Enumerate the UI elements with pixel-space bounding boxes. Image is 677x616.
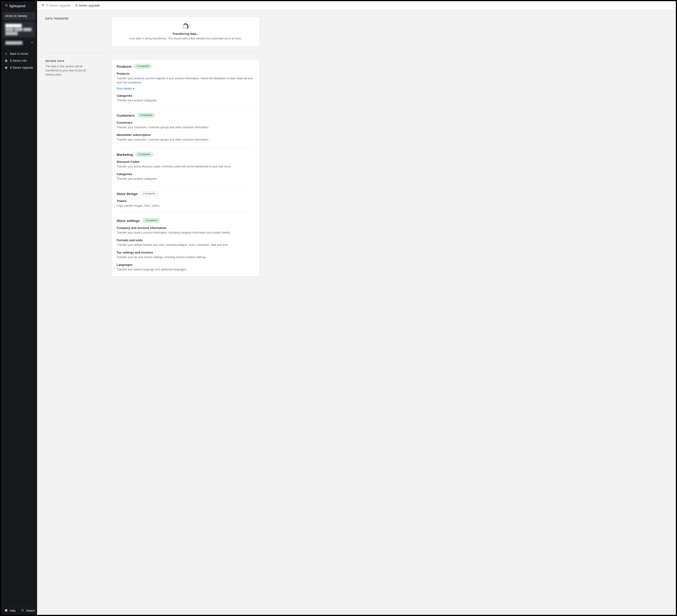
sidebar-store-selector[interactable]: ████████ [3,39,35,47]
chevron-down-icon [31,42,33,43]
review-item-desc: Transfer your products and the majority … [117,76,254,85]
review-group-products: ProductsCompletedProductsTransfer your p… [117,64,254,102]
review-item-desc: Transfer your store's account informatio… [117,230,254,235]
group-header: MarketingCompleted [117,152,254,157]
search-icon [21,609,24,613]
section-sub-review: The data in this section will be transfe… [45,64,89,77]
review-group-store-settings: Store settingsCompletedCompany and accou… [117,213,254,272]
breadcrumb-current: E-Series upgrade [76,4,100,7]
review-item-title: Languages [117,263,254,266]
review-card: ProductsCompletedProductsTransfer your p… [111,59,260,276]
review-item-desc: Logo, banner images, fonts, colors. [117,204,254,208]
section-heading-data-transfer: DATA TRANSFER [45,17,107,20]
review-item: CategoriesTransfer your product categori… [117,94,254,102]
review-item: Discount CodesTransfer your active disco… [117,160,254,169]
review-item: Newsletter subscriptionTransfer your cus… [117,133,254,142]
sidebar-item-e-series-upgrade[interactable]: E-Series Upgrade [1,64,37,71]
review-item-desc: Transfer your product categories. [117,98,254,102]
status-badge: Completed [135,152,153,157]
review-item: Formats and unitsTransfer your default f… [117,238,254,247]
review-item-title: Discount Codes [117,160,254,164]
search-button[interactable]: Search [19,607,37,615]
review-group-marketing: MarketingCompletedDiscount CodesTransfer… [117,147,254,181]
group-title: Marketing [117,152,133,157]
group-title: Store settings [117,219,140,223]
sidebar-item-label: Back to Home [10,52,28,55]
review-item: Company and account informationTransfer … [117,226,254,235]
review-item-desc: Transfer your active discount codes. Arc… [117,165,254,169]
review-item-title: Categories [117,94,254,97]
review-item: ProductsTransfer your products and the m… [117,72,254,90]
breadcrumb: E-Series upgrade › E-Series upgrade [37,1,676,10]
sidebar-item-label: E-Series Upgrade [10,66,33,69]
review-item-desc: Transfer your customers, customer groups… [117,125,254,129]
gear-icon [4,59,8,62]
sidebar: lightspeed eCom (C-Series) ████████ ████… [1,1,37,615]
review-group-customers: CustomersCompletedCustomersTransfer your… [117,107,254,142]
review-item-desc: Transfer your default formats and units,… [117,243,254,247]
review-item-desc: Transfer your product categories. [117,177,254,181]
review-item-title: Tax settings and invoices [117,251,254,254]
sidebar-item-label: E-Series Info [10,59,27,62]
gear-icon [4,66,8,69]
group-title: Products [117,64,132,69]
review-item-desc: Transfer your tax and invoice settings, … [117,255,254,259]
sidebar-footer: Help Search [1,606,37,615]
status-badge: In progress [140,191,159,196]
sidebar-account-obscured[interactable]: ████████ ████ ████ ████ ██████ [3,21,35,38]
brand-name: lightspeed [9,4,25,8]
spinner-icon [182,24,188,30]
brand-logo[interactable]: lightspeed [1,1,37,11]
group-header: ProductsCompleted [117,64,254,69]
review-item-desc: Transfer your default language and addit… [117,267,254,272]
review-item-title: Theme [117,199,254,203]
sidebar-nav: Back to HomeE-Series InfoE-Series Upgrad… [1,49,37,73]
group-title: Customers [117,114,135,117]
status-badge: Completed [142,218,160,223]
more-details-link[interactable]: More details [117,87,134,90]
chevron-down-icon [133,88,134,89]
gear-icon [41,3,45,7]
status-badge: Completed [137,113,155,118]
chevron-right-icon: › [73,4,74,7]
review-item: LanguagesTransfer your default language … [117,263,254,272]
review-item-title: Company and account information [117,226,254,230]
review-item-title: Customers [117,121,254,124]
review-item-title: Formats and units [117,238,254,242]
review-item-title: Newsletter subscription [117,133,254,137]
section-review-data: REVIEW DATA The data in this section wil… [37,59,676,282]
review-item-title: Products [117,72,254,75]
sidebar-item-back-to-home[interactable]: Back to Home [1,50,37,57]
transfer-desc: Your data is being transferred. This sho… [130,37,241,40]
main: E-Series upgrade › E-Series upgrade DATA… [37,1,676,615]
section-data-transfer: DATA TRANSFER Transferring data... Your … [37,17,676,52]
chevron-left-icon [4,52,8,55]
transfer-title: Transferring data... [173,32,199,36]
content: DATA TRANSFER Transferring data... Your … [37,10,676,615]
group-header: Store designIn progress [117,191,254,196]
review-group-store-design: Store designIn progressThemeLogo, banner… [117,186,254,208]
review-item: CustomersTransfer your customers, custom… [117,121,254,129]
breadcrumb-parent[interactable]: E-Series upgrade [46,4,71,7]
flame-icon [4,3,9,8]
group-title: Store design [117,192,138,196]
group-header: CustomersCompleted [117,113,254,118]
help-button[interactable]: Help [1,607,19,615]
help-icon [5,609,8,613]
data-transfer-card: Transferring data... Your data is being … [111,17,260,46]
group-header: Store settingsCompleted [117,218,254,223]
sidebar-item-e-series-info[interactable]: E-Series Info [1,57,37,64]
review-item: ThemeLogo, banner images, fonts, colors. [117,199,254,208]
status-badge: Completed [134,64,152,69]
section-heading-review: REVIEW DATA [45,59,107,62]
sidebar-context: eCom (C-Series) ████████ ████ ████ ████ … [1,11,37,49]
review-item-desc: Transfer your customers, customer groups… [117,137,254,142]
review-item-title: Categories [117,172,254,176]
sidebar-context-title[interactable]: eCom (C-Series) [3,12,35,20]
review-item: CategoriesTransfer your product categori… [117,172,254,181]
review-item: Tax settings and invoicesTransfer your t… [117,251,254,259]
